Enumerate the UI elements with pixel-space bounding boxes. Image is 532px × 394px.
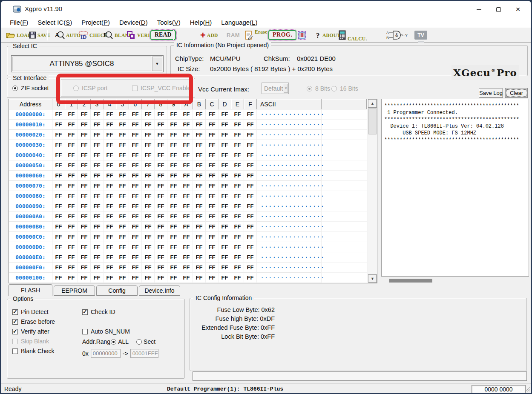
hex-byte-cell[interactable]: FF	[52, 201, 65, 211]
hex-byte-cell[interactable]: FF	[155, 242, 167, 252]
hex-byte-cell[interactable]: FF	[104, 242, 116, 252]
hex-byte-cell[interactable]: FF	[206, 120, 219, 130]
hex-byte-cell[interactable]: FF	[91, 120, 104, 130]
hex-byte-cell[interactable]: FF	[155, 160, 167, 171]
hex-byte-cell[interactable]: FF	[104, 211, 116, 222]
hex-byte-cell[interactable]: FF	[219, 252, 231, 263]
hex-byte-cell[interactable]: FF	[193, 181, 206, 191]
hex-byte-cell[interactable]: FF	[52, 273, 65, 283]
hex-byte-cell[interactable]: FF	[91, 160, 104, 171]
hex-byte-cell[interactable]: FF	[116, 130, 129, 140]
hex-byte-cell[interactable]: FF	[167, 211, 180, 222]
hex-byte-cell[interactable]: FF	[231, 140, 244, 150]
hex-byte-cell[interactable]: FF	[180, 171, 193, 181]
hex-byte-cell[interactable]: FF	[78, 109, 91, 120]
hex-byte-cell[interactable]: FF	[91, 130, 104, 140]
range-to-input[interactable]: 00001FFF	[130, 349, 158, 358]
hex-byte-cell[interactable]: FF	[219, 181, 231, 191]
hex-byte-cell[interactable]: FF	[142, 211, 155, 222]
hex-byte-cell[interactable]: FF	[167, 140, 180, 150]
hex-byte-cell[interactable]: FF	[155, 252, 167, 263]
hex-byte-cell[interactable]: FF	[52, 181, 65, 191]
hex-byte-cell[interactable]: FF	[52, 150, 65, 160]
hex-byte-cell[interactable]: FF	[180, 232, 193, 242]
calcu-button[interactable]: CALCU.	[339, 28, 367, 42]
ic-select-dropdown-button[interactable]: ▼	[152, 57, 162, 71]
hex-byte-cell[interactable]: FF	[155, 273, 167, 283]
hex-byte-cell[interactable]: FF	[193, 232, 206, 242]
hex-byte-cell[interactable]: FF	[142, 120, 155, 130]
hex-byte-cell[interactable]: FF	[78, 242, 91, 252]
hex-byte-cell[interactable]: FF	[129, 120, 142, 130]
hex-byte-cell[interactable]: FF	[91, 252, 104, 263]
hex-byte-cell[interactable]: FF	[142, 150, 155, 160]
hex-byte-cell[interactable]: FF	[65, 160, 78, 171]
hex-byte-cell[interactable]: FF	[104, 160, 116, 171]
scroll-down-button[interactable]: ▼	[368, 274, 377, 283]
hex-byte-cell[interactable]: FF	[52, 109, 65, 120]
bits8-radio[interactable]: 8 Bits	[307, 85, 330, 92]
hex-byte-cell[interactable]: FF	[65, 130, 78, 140]
minimize-button[interactable]	[469, 1, 489, 18]
hex-byte-cell[interactable]: FF	[116, 160, 129, 171]
hex-byte-cell[interactable]: FF	[155, 211, 167, 222]
hex-byte-cell[interactable]: FF	[65, 150, 78, 160]
hex-byte-cell[interactable]: FF	[155, 140, 167, 150]
hex-byte-cell[interactable]: FF	[231, 171, 244, 181]
hex-byte-cell[interactable]: FF	[142, 130, 155, 140]
hex-byte-cell[interactable]: FF	[206, 263, 219, 273]
hex-byte-cell[interactable]: FF	[65, 109, 78, 120]
menu-item-s[interactable]: Select IC(S)	[33, 18, 77, 28]
hex-byte-cell[interactable]: FF	[231, 191, 244, 201]
verify-after-checkbox[interactable]: Verify after	[12, 328, 49, 335]
hex-byte-cell[interactable]: FF	[91, 222, 104, 232]
hex-byte-cell[interactable]: FF	[244, 120, 257, 130]
pin-detect-checkbox[interactable]: Pin Detect	[12, 308, 49, 315]
hex-byte-cell[interactable]: FF	[193, 150, 206, 160]
hex-byte-cell[interactable]: FF	[116, 273, 129, 283]
hex-byte-cell[interactable]: FF	[219, 191, 231, 201]
hex-byte-cell[interactable]: FF	[91, 242, 104, 252]
hex-byte-cell[interactable]: FF	[193, 171, 206, 181]
hex-byte-cell[interactable]: FF	[167, 222, 180, 232]
hex-byte-cell[interactable]: FF	[193, 242, 206, 252]
hex-byte-cell[interactable]: FF	[78, 222, 91, 232]
hex-byte-cell[interactable]: FF	[180, 201, 193, 211]
prog-button[interactable]: PROG.	[268, 28, 296, 42]
hex-byte-cell[interactable]: FF	[78, 201, 91, 211]
hex-byte-cell[interactable]: FF	[104, 171, 116, 181]
hex-byte-cell[interactable]: FF	[116, 150, 129, 160]
hex-byte-cell[interactable]: FF	[129, 273, 142, 283]
hex-byte-cell[interactable]: FF	[104, 181, 116, 191]
hex-byte-cell[interactable]: FF	[78, 140, 91, 150]
hex-byte-cell[interactable]: FF	[193, 120, 206, 130]
hex-byte-cell[interactable]: FF	[104, 201, 116, 211]
hex-byte-cell[interactable]: FF	[180, 263, 193, 273]
hex-byte-cell[interactable]: FF	[104, 232, 116, 242]
bits16-radio[interactable]: 16 Bits	[331, 85, 358, 92]
hex-byte-cell[interactable]: FF	[65, 181, 78, 191]
hex-byte-cell[interactable]: FF	[104, 150, 116, 160]
hex-byte-cell[interactable]: FF	[193, 201, 206, 211]
hex-byte-cell[interactable]: FF	[244, 252, 257, 263]
hex-byte-cell[interactable]: FF	[231, 160, 244, 171]
hex-byte-cell[interactable]: FF	[91, 201, 104, 211]
zif-socket-radio[interactable]: ZIF socket	[12, 85, 49, 91]
hex-byte-cell[interactable]: FF	[116, 222, 129, 232]
hex-byte-cell[interactable]: FF	[155, 171, 167, 181]
hex-byte-cell[interactable]: FF	[219, 242, 231, 252]
hex-byte-cell[interactable]: FF	[219, 109, 231, 120]
hex-byte-cell[interactable]: FF	[244, 201, 257, 211]
maximize-button[interactable]	[489, 1, 508, 18]
scroll-up-button[interactable]: ▲	[368, 99, 377, 108]
about-button[interactable]: ? ABOUT	[316, 28, 340, 42]
hex-byte-cell[interactable]: FF	[52, 140, 65, 150]
hex-byte-cell[interactable]: FF	[206, 140, 219, 150]
tab-config[interactable]: Config	[96, 286, 138, 296]
chip-test-button[interactable]	[296, 28, 308, 42]
hex-byte-cell[interactable]: FF	[231, 120, 244, 130]
hex-byte-cell[interactable]: FF	[129, 171, 142, 181]
read-button[interactable]: READ	[150, 28, 176, 42]
hex-byte-cell[interactable]: FF	[244, 171, 257, 181]
resize-grip[interactable]	[524, 386, 530, 392]
